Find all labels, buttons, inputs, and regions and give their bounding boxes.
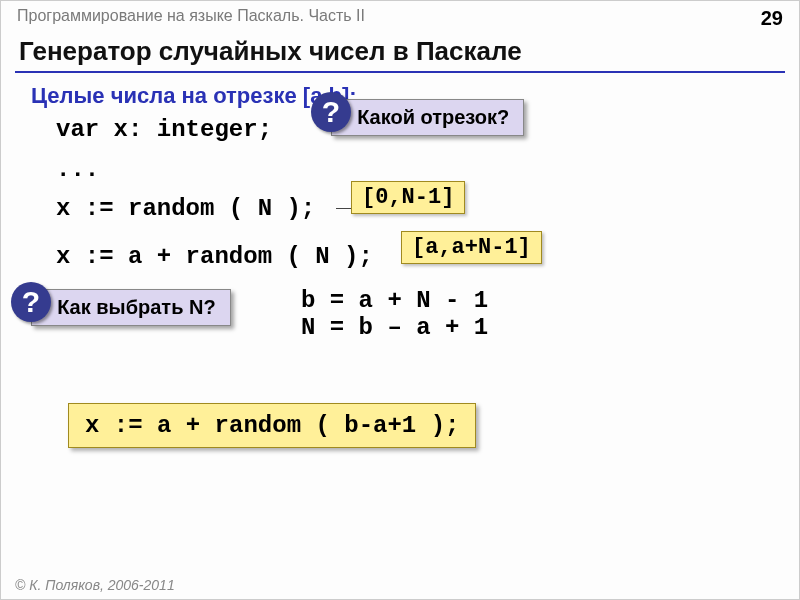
callout-text-2: Как выбрать N? bbox=[57, 296, 216, 319]
equations-block: b = a + N - 1 N = b – a + 1 bbox=[301, 287, 488, 341]
callout-which-segment: .. Какой отрезок? bbox=[331, 99, 524, 136]
title-underline bbox=[15, 71, 785, 73]
highlight-range-1: [0,N-1] bbox=[351, 181, 465, 214]
page-number: 29 bbox=[761, 7, 783, 30]
copyright-footer: © К. Поляков, 2006-2011 bbox=[15, 577, 175, 593]
code-line-1: var x: integer; bbox=[56, 116, 272, 143]
page-title: Генератор случайных чисел в Паскале bbox=[1, 32, 799, 69]
code-line-3: x := random ( N ); bbox=[56, 195, 315, 222]
question-mark-icon: ? bbox=[11, 282, 51, 322]
highlight-range-2: [a,a+N-1] bbox=[401, 231, 542, 264]
question-mark-icon: ? bbox=[311, 92, 351, 132]
callout-text-1: Какой отрезок? bbox=[357, 106, 509, 129]
code-line-4: x := a + random ( N ); bbox=[56, 243, 373, 270]
highlight-final-formula: x := a + random ( b-a+1 ); bbox=[68, 403, 476, 448]
breadcrumb: Программирование на языке Паскаль. Часть… bbox=[17, 7, 365, 30]
content-area: var x: integer; ... x := random ( N ); x… bbox=[1, 109, 799, 448]
code-line-2: ... bbox=[56, 156, 99, 183]
callout-choose-n: .. Как выбрать N? bbox=[31, 289, 231, 326]
